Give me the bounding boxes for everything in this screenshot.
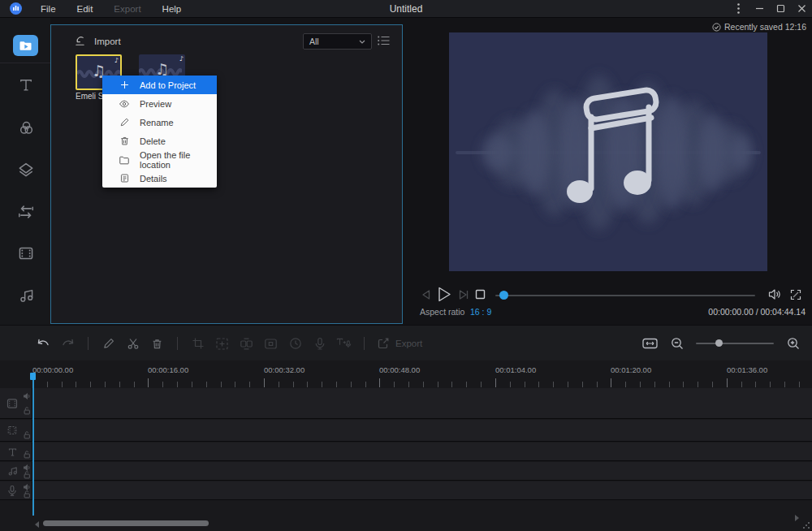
sidebar-divider — [0, 63, 50, 63]
mosaic-button[interactable] — [263, 336, 279, 352]
sidebar-item-overlays[interactable] — [16, 160, 36, 179]
horizontal-scrollbar[interactable] — [43, 520, 209, 526]
aspect-ratio-value[interactable]: 16 : 9 — [470, 307, 491, 317]
ruler-label: 00:00:00.00 — [32, 365, 73, 374]
voiceover-button[interactable] — [312, 336, 327, 352]
audio-badge-icon: ♪ — [179, 55, 184, 63]
split-button[interactable] — [239, 336, 254, 352]
sidebar-item-filters[interactable] — [16, 118, 36, 137]
major-tick — [148, 378, 149, 387]
fullscreen-icon — [790, 289, 801, 300]
menu-edit[interactable]: Edit — [67, 0, 104, 18]
list-view-icon[interactable] — [378, 36, 390, 45]
text-icon — [4, 443, 20, 460]
stop-button[interactable] — [475, 289, 486, 300]
redo-button[interactable] — [60, 336, 76, 352]
scroll-right-arrow[interactable] — [795, 515, 799, 521]
timeline-zoom-slider[interactable] — [696, 338, 774, 349]
timeline-toolbar: Export — [0, 325, 812, 360]
mic-icon — [4, 482, 20, 499]
context-menu-label: Add to Project — [140, 80, 196, 90]
crop-button[interactable] — [190, 336, 205, 352]
previous-frame-button[interactable] — [421, 289, 431, 300]
preview-viewport — [449, 32, 767, 271]
zoom-slider-track[interactable] — [696, 343, 774, 344]
context-menu-label: Open the file location — [140, 150, 217, 170]
media-filter-dropdown[interactable]: All — [303, 33, 372, 50]
track-music[interactable] — [0, 462, 812, 481]
play-button[interactable] — [437, 286, 451, 303]
playhead-line[interactable] — [32, 373, 34, 516]
ruler-label: 00:00:32.00 — [264, 365, 304, 374]
context-menu-item-details[interactable]: Details — [102, 169, 217, 188]
context-menu-item-preview[interactable]: Preview — [102, 94, 217, 113]
mosaic-icon — [264, 338, 278, 350]
sidebar-item-text[interactable] — [16, 75, 36, 94]
zoom-slider-handle[interactable] — [715, 339, 723, 347]
overlays-icon — [17, 161, 35, 179]
context-menu-label: Details — [140, 174, 167, 183]
sidebar-item-media[interactable] — [13, 35, 38, 56]
zoom-out-button[interactable] — [669, 336, 685, 352]
text-to-speech-button[interactable] — [336, 336, 352, 352]
timeline-ruler[interactable]: 00:00:00.00 00:00:16.00 00:00:32.00 00:0… — [0, 360, 812, 388]
zoom-out-icon — [671, 337, 684, 350]
lock-icon[interactable] — [23, 406, 31, 414]
next-frame-button[interactable] — [458, 289, 469, 300]
context-menu-label: Delete — [140, 136, 166, 146]
minimize-button[interactable] — [749, 0, 770, 18]
more-options-icon[interactable] — [728, 0, 749, 18]
zoom-region-button[interactable] — [214, 336, 230, 352]
lock-icon[interactable] — [23, 490, 31, 498]
track-video[interactable] — [0, 388, 812, 419]
cut-button[interactable] — [125, 336, 140, 352]
context-menu: Add to Project Preview Rename Delete Ope… — [102, 76, 217, 188]
menu-file[interactable]: File — [30, 0, 67, 18]
ruler-ticks — [32, 382, 812, 387]
lock-icon[interactable] — [23, 450, 31, 458]
window-resize-grip[interactable] — [802, 521, 810, 529]
close-button[interactable] — [791, 0, 812, 18]
music-icon — [18, 287, 35, 304]
playback-controls — [403, 284, 812, 305]
undo-button[interactable] — [36, 336, 51, 352]
menu-help[interactable]: Help — [152, 0, 192, 18]
edit-button[interactable] — [101, 336, 116, 352]
lock-icon[interactable] — [23, 430, 31, 438]
fullscreen-button[interactable] — [790, 289, 801, 300]
seek-slider[interactable] — [495, 295, 755, 296]
timecode: 00:00:00.00 / 00:04:44.14 — [708, 307, 806, 317]
seek-slider-handle[interactable] — [499, 291, 508, 300]
import-button[interactable]: Import — [74, 35, 121, 47]
context-menu-item-delete[interactable]: Delete — [102, 132, 217, 150]
track-music-header — [0, 462, 32, 480]
track-voiceover[interactable] — [0, 481, 812, 500]
context-menu-item-open-file-location[interactable]: Open the file location — [102, 150, 217, 169]
maximize-button[interactable] — [770, 0, 791, 18]
timeline-export-button[interactable]: Export — [377, 337, 422, 350]
import-icon — [74, 35, 86, 47]
timeline-tracks — [0, 388, 812, 531]
delete-button[interactable] — [149, 336, 165, 352]
speaker-icon[interactable] — [23, 392, 31, 400]
details-icon — [119, 173, 130, 184]
context-menu-item-add-to-project[interactable]: Add to Project — [102, 76, 217, 94]
track-pip-video[interactable] — [0, 420, 812, 442]
duration-button[interactable] — [287, 336, 303, 352]
playhead-handle[interactable] — [30, 373, 36, 380]
sidebar-item-transitions[interactable] — [16, 202, 36, 222]
export-icon — [377, 337, 390, 350]
zoom-in-button[interactable] — [785, 336, 801, 352]
context-menu-item-rename[interactable]: Rename — [102, 113, 217, 132]
track-text[interactable] — [0, 442, 812, 461]
scroll-left-arrow[interactable] — [35, 521, 39, 528]
sidebar-item-elements[interactable] — [16, 244, 36, 263]
next-frame-icon — [458, 289, 469, 300]
preview-panel: Recently saved 12:16 — [403, 18, 812, 325]
fit-timeline-button[interactable] — [642, 336, 658, 352]
sidebar-item-music[interactable] — [16, 285, 36, 304]
lock-icon[interactable] — [23, 470, 31, 478]
text-to-speech-icon — [336, 337, 352, 350]
transitions-icon — [17, 203, 35, 221]
volume-button[interactable] — [768, 288, 781, 300]
